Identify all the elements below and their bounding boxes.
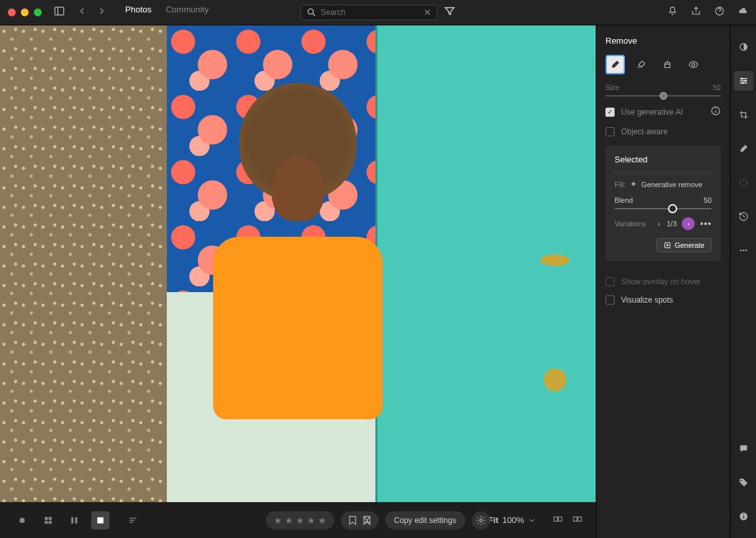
sliders-icon[interactable] [734,71,753,91]
minimize-window-icon[interactable] [21,8,29,16]
generate-row: Generate [615,238,712,252]
svg-point-24 [715,108,716,109]
gear-icon[interactable] [472,511,490,530]
search-clear-icon[interactable]: ✕ [424,7,431,18]
sidebar-toggle-icon[interactable] [53,5,65,20]
generate-label: Generate [675,241,705,249]
svg-rect-8 [45,520,48,524]
view-list-icon[interactable] [124,511,142,530]
forward-icon[interactable] [96,6,107,19]
svg-point-5 [20,518,25,523]
visualize-spots-checkbox[interactable] [605,295,615,305]
search-box[interactable]: ✕ [300,5,437,20]
variations-label: Variations [615,220,651,228]
fill-label: Fill: [615,181,626,188]
history-icon[interactable] [734,207,753,226]
photo-placeholder [0,25,596,502]
cloud-icon[interactable] [738,6,748,19]
show-overlay-label: Show overlay on hover [621,277,701,286]
svg-rect-20 [578,517,581,522]
more-icon[interactable]: ••• [700,218,712,229]
size-value: 50 [713,83,721,91]
svg-point-32 [742,82,744,84]
more-tools-icon[interactable] [734,241,753,260]
variations-count: 1/3 [667,220,676,228]
edit-tool-icon[interactable] [734,37,753,57]
view-single-icon[interactable] [13,511,31,530]
search-input[interactable] [321,8,420,17]
svg-point-31 [744,80,746,82]
rating-stars[interactable]: ★ ★ ★ ★ ★ [266,511,334,530]
svg-rect-19 [574,517,577,522]
use-ai-checkbox[interactable]: ✓ [605,108,615,117]
main: ★ ★ ★ ★ ★ Copy edit settings Fit 100% [0,25,756,538]
top-bar: Photos Community ✕ [0,0,756,25]
info-icon[interactable] [710,106,721,118]
tab-community[interactable]: Community [166,5,209,21]
photo-canvas[interactable] [0,25,596,502]
svg-rect-12 [97,517,103,523]
variations-prev-icon[interactable]: ‹ [656,218,662,229]
heal-brush-icon[interactable] [632,55,651,74]
back-icon[interactable] [77,6,87,19]
orientation-landscape-icon[interactable] [553,514,563,526]
blend-label: Blend [615,196,633,204]
orient-icons [553,514,583,526]
bottombar-center: ★ ★ ★ ★ ★ Copy edit settings [266,511,490,530]
visualize-spots-label: Visualize spots [621,295,673,305]
svg-rect-10 [71,517,73,523]
heal-icon[interactable] [734,139,753,158]
share-icon[interactable] [691,6,701,19]
svg-rect-7 [49,516,52,520]
canvas-area: ★ ★ ★ ★ ★ Copy edit settings Fit 100% [0,25,596,538]
orientation-portrait-icon[interactable] [572,514,583,526]
view-buttons [13,511,142,530]
use-ai-row[interactable]: ✓ Use generative AI [605,106,721,118]
svg-point-35 [742,250,744,252]
object-aware-checkbox[interactable] [605,127,615,136]
show-overlay-checkbox[interactable] [605,277,615,286]
zoom-value[interactable]: 100% [502,515,524,525]
visualize-spots-row[interactable]: Visualize spots [605,295,721,305]
right-panel: Remove Size 50 ✓ Use generative AI Objec… [596,25,730,538]
svg-point-21 [692,63,695,66]
crop-icon[interactable] [734,105,753,125]
show-overlay-row[interactable]: Show overlay on hover [605,277,721,286]
mask-icon[interactable] [734,173,753,192]
generate-button[interactable]: Generate [656,238,712,252]
svg-point-40 [743,514,744,515]
eye-icon[interactable] [684,55,703,74]
flag-buttons[interactable] [341,511,379,530]
chevron-down-icon[interactable] [528,516,536,524]
maximize-window-icon[interactable] [34,8,42,16]
svg-rect-9 [49,520,52,524]
object-aware-row[interactable]: Object-aware [605,127,721,136]
panel-title: Remove [605,36,721,46]
blend-value: 50 [704,196,712,204]
filter-icon[interactable] [444,5,456,20]
remove-tool-icons [605,55,721,74]
fill-row: Fill: Generative remove [615,181,712,188]
info-panel-icon[interactable] [734,507,753,526]
clone-stamp-icon[interactable] [658,55,677,74]
help-icon[interactable] [714,6,725,19]
copy-settings-button[interactable]: Copy edit settings [385,511,465,530]
size-slider[interactable]: Size 50 [605,83,721,97]
view-grid-icon[interactable] [39,511,57,530]
bottom-bar: ★ ★ ★ ★ ★ Copy edit settings Fit 100% [0,502,596,538]
tag-icon[interactable] [734,473,753,492]
tool-strip [730,25,756,538]
tab-photos[interactable]: Photos [125,5,151,27]
view-detail-icon[interactable] [91,511,109,530]
svg-point-33 [740,179,747,187]
comment-icon[interactable] [734,439,753,458]
view-compare-icon[interactable] [65,511,83,530]
svg-rect-18 [557,517,559,522]
blend-slider[interactable]: Blend 50 [615,196,712,209]
search-icon [306,7,317,18]
eraser-tool-icon[interactable] [605,55,625,74]
variations-next-icon[interactable]: › [682,217,695,230]
bell-icon[interactable] [667,6,678,19]
close-window-icon[interactable] [8,8,16,16]
topbar-right [667,6,748,19]
